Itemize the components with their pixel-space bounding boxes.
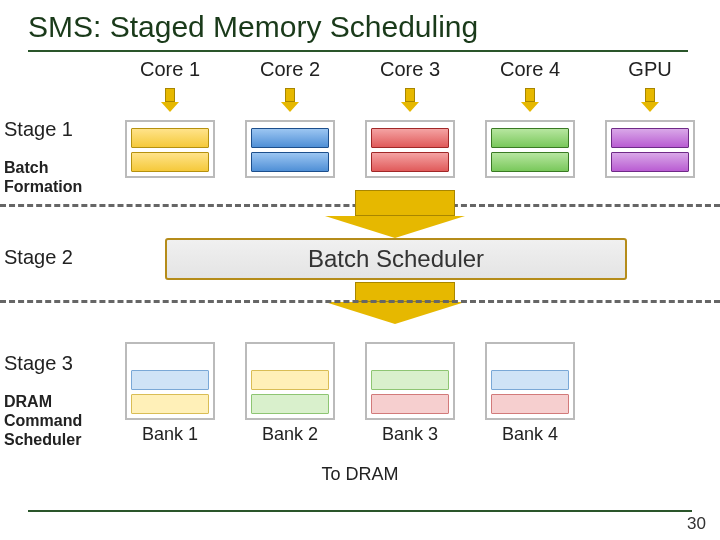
bank-queue [485, 342, 575, 420]
stage1-queues [110, 120, 710, 178]
queue-bar [131, 152, 209, 172]
queue-bar [491, 128, 569, 148]
queue-bar [251, 394, 329, 414]
queue-bar [491, 370, 569, 390]
stage3-sublabel-3: Scheduler [4, 431, 81, 448]
bottom-underline [28, 510, 692, 512]
core-label: Core 3 [350, 58, 470, 81]
core-queue [485, 120, 575, 178]
queue-bar [611, 128, 689, 148]
core-label: Core 1 [110, 58, 230, 81]
bank-queues-row: Bank 1 Bank 2 Bank 3 Bank 4 [110, 342, 710, 445]
title-underline [28, 50, 688, 52]
stage3-sublabel: DRAM Command Scheduler [4, 392, 82, 450]
stage3-sublabel-2: Command [4, 412, 82, 429]
bank-label: Bank 3 [382, 424, 438, 445]
bank-label: Bank 1 [142, 424, 198, 445]
queue-bar [131, 128, 209, 148]
bank-queue [245, 342, 335, 420]
core-label: GPU [590, 58, 710, 81]
stage3-label: Stage 3 [4, 352, 73, 375]
stage2-label: Stage 2 [4, 246, 73, 269]
queue-bar [251, 370, 329, 390]
stage3-sublabel-1: DRAM [4, 393, 52, 410]
arrow-down-icon [281, 88, 299, 112]
bank-label: Bank 2 [262, 424, 318, 445]
core-queue [365, 120, 455, 178]
to-dram-label: To DRAM [0, 464, 720, 485]
stage1-sublabel-2: Formation [4, 178, 82, 195]
arrow-down-icon [401, 88, 419, 112]
arrow-down-icon [641, 88, 659, 112]
batch-scheduler-box: Batch Scheduler [165, 238, 627, 280]
stage1-sublabel-1: Batch [4, 159, 48, 176]
queue-bar [251, 152, 329, 172]
bank-queue [365, 342, 455, 420]
queue-bar [611, 152, 689, 172]
stage1-label: Stage 1 [4, 118, 73, 141]
queue-bar [491, 394, 569, 414]
arrow-big-down-icon [345, 282, 465, 324]
queue-bar [131, 370, 209, 390]
batch-scheduler-label: Batch Scheduler [308, 245, 484, 273]
core-arrows-row [110, 88, 710, 112]
queue-bar [371, 152, 449, 172]
core-label: Core 4 [470, 58, 590, 81]
core-queue [245, 120, 335, 178]
core-queue [125, 120, 215, 178]
bank-label: Bank 4 [502, 424, 558, 445]
stage1-sublabel: Batch Formation [4, 158, 82, 196]
core-label: Core 2 [230, 58, 350, 81]
queue-bar [131, 394, 209, 414]
queue-bar [371, 128, 449, 148]
arrow-down-icon [521, 88, 539, 112]
queue-bar [491, 152, 569, 172]
bank-queue [125, 342, 215, 420]
arrow-down-icon [161, 88, 179, 112]
queue-bar [371, 394, 449, 414]
divider-dashed [0, 300, 720, 303]
page-number: 30 [687, 514, 706, 534]
core-queue [605, 120, 695, 178]
queue-bar [251, 128, 329, 148]
arrow-big-down-icon [345, 190, 465, 238]
core-labels-row: Core 1 Core 2 Core 3 Core 4 GPU [110, 58, 710, 81]
slide-title: SMS: Staged Memory Scheduling [0, 0, 720, 50]
queue-bar [371, 370, 449, 390]
